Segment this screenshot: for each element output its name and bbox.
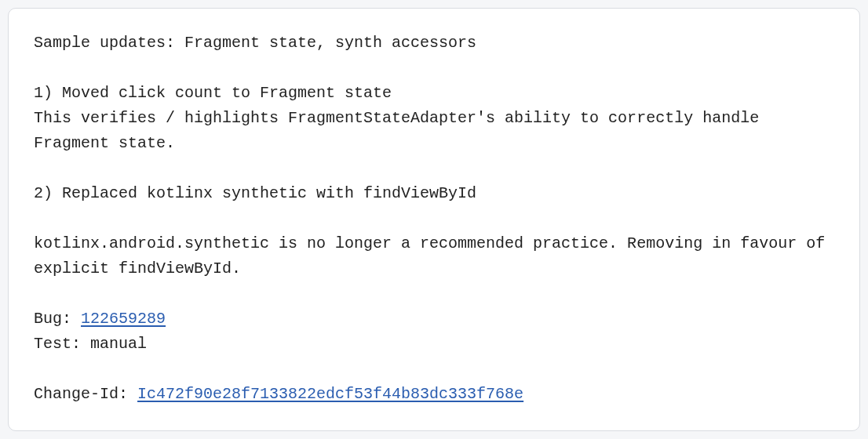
changeid-label: Change-Id:	[34, 385, 137, 403]
changeid-link[interactable]: Ic472f90e28f7133822edcf53f44b83dc333f768…	[137, 385, 523, 403]
commit-body-line: 2) Replaced kotlinx synthetic with findV…	[34, 184, 476, 202]
commit-title: Sample updates: Fragment state, synth ac…	[34, 34, 476, 52]
bug-label: Bug:	[34, 310, 81, 328]
test-value: manual	[90, 335, 147, 353]
commit-body-line: 1) Moved click count to Fragment state	[34, 84, 392, 102]
bug-link[interactable]: 122659289	[81, 310, 166, 328]
commit-body-line: This verifies / highlights FragmentState…	[34, 109, 768, 152]
test-label: Test:	[34, 335, 90, 353]
commit-body-line: kotlinx.android.synthetic is no longer a…	[34, 234, 834, 278]
commit-message-card: Sample updates: Fragment state, synth ac…	[8, 8, 860, 431]
